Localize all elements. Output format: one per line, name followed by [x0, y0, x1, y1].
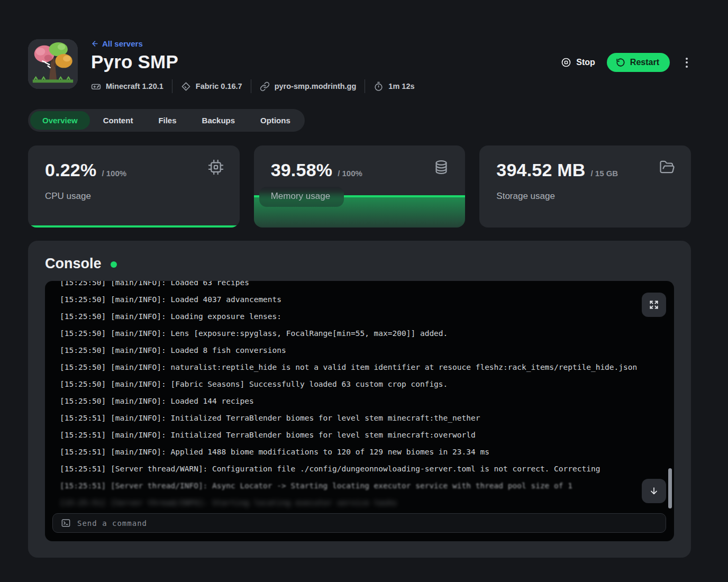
tab-content[interactable]: Content [91, 111, 145, 130]
meta-minecraft-version: Minecraft 1.20.1 [91, 81, 163, 92]
meta-label: pyro-smp.modrinth.gg [275, 82, 357, 90]
terminal-icon [61, 518, 71, 528]
storage-usage-card: 394.52 MB / 15 GB Storage usage [479, 146, 691, 228]
console-line: [15:25:50] [main/INFO]: [Fabric Seasons]… [60, 376, 674, 393]
server-dashboard-page: All servers Pyro SMP Minecraft 1.20.1 Fa… [0, 0, 728, 582]
console-line: [15:25:51] [main/INFO]: Applied 1488 bio… [60, 443, 674, 460]
page-title: Pyro SMP [91, 51, 415, 72]
server-actions: Stop Restart [561, 53, 691, 72]
tab-options[interactable]: Options [248, 111, 303, 130]
memory-usage-value: 39.58% [271, 160, 333, 180]
console-log-viewport[interactable]: [15:25:50] [main/INFO]: Loaded 63 recipe… [45, 281, 674, 513]
console-scrollbar-thumb[interactable] [668, 468, 672, 508]
back-to-all-servers-link[interactable]: All servers [91, 39, 415, 48]
command-input[interactable] [77, 519, 658, 528]
season-tree-icon [28, 39, 78, 89]
console-line: [15:25:51] [main/INFO]: Initialized Terr… [60, 426, 674, 443]
expand-icon [649, 299, 659, 310]
cpu-usage-label: CPU usage [45, 191, 223, 202]
tab-backups[interactable]: Backups [190, 111, 248, 130]
stop-button[interactable]: Stop [561, 57, 595, 68]
stop-circle-icon [561, 57, 571, 68]
tab-files[interactable]: Files [146, 111, 188, 130]
tab-overview[interactable]: Overview [30, 111, 90, 130]
restart-button[interactable]: Restart [607, 53, 670, 72]
console-line: [15:25:50] [main/INFO]: Loaded 144 recip… [60, 393, 674, 410]
link-icon [260, 81, 270, 92]
meta-label: Minecraft 1.20.1 [106, 82, 163, 90]
console-line: [15:25:51] [main/INFO]: Initialized Terr… [60, 410, 674, 426]
memory-usage-card: 39.58% / 100% Memory usage [254, 146, 466, 228]
console-line: [15:25:51] [Server thread/WARN]: Configu… [60, 460, 674, 477]
storage-usage-value: 394.52 MB [496, 160, 585, 180]
stop-button-label: Stop [576, 58, 595, 67]
console-line: [15:25:50] [main/INFO]: Lens [exposure:s… [60, 325, 674, 342]
console-line-incoming: [15:25:51] [Server thread/INFO]: Async L… [60, 477, 674, 494]
meta-label: 1m 12s [388, 82, 414, 90]
memory-usage-label: Memory usage [259, 187, 344, 207]
restart-icon [616, 58, 625, 67]
command-input-wrapper[interactable] [52, 513, 666, 533]
console-line: [15:25:50] [main/INFO]: Loaded 63 recipe… [60, 281, 674, 291]
meta-label: Fabric 0.16.7 [196, 82, 242, 90]
scroll-to-bottom-button[interactable] [642, 479, 666, 503]
cpu-usage-max: / 100% [102, 169, 126, 178]
storage-usage-max: / 15 GB [590, 169, 618, 178]
console-line: [15:25:50] [main/INFO]: Loaded 4037 adva… [60, 291, 674, 308]
server-avatar [28, 39, 78, 89]
divider [365, 79, 365, 93]
meta-loader-version: Fabric 0.16.7 [181, 81, 242, 92]
divider [172, 79, 172, 93]
console-line: [15:25:50] [main/INFO]: Loaded 8 fish co… [60, 342, 674, 359]
divider [251, 79, 251, 93]
memory-usage-max: / 100% [338, 169, 362, 178]
console-card: Console [15:25:50] [main/INFO]: Loaded 6… [28, 241, 691, 558]
server-online-status-dot [111, 261, 117, 268]
console-line-incoming: [15:25:51] [Server thread/INFO]: Startin… [60, 494, 674, 511]
console-line: [15:25:50] [main/INFO]: Loading exposure… [60, 308, 674, 325]
cpu-usage-card: 0.22% / 100% CPU usage [28, 146, 240, 228]
timer-icon [374, 81, 384, 92]
stat-cards: 0.22% / 100% CPU usage 39.58% / 100% Mem… [28, 146, 691, 228]
console-title: Console [45, 256, 102, 272]
fabric-icon [181, 81, 191, 92]
meta-server-address: pyro-smp.modrinth.gg [260, 81, 357, 92]
folder-open-icon [659, 159, 675, 177]
arrow-left-icon [91, 40, 99, 48]
arrow-down-icon [649, 486, 659, 496]
more-options-button[interactable] [683, 56, 691, 70]
gamepad-icon [91, 81, 101, 92]
console-terminal[interactable]: [15:25:50] [main/INFO]: Loaded 63 recipe… [45, 281, 674, 541]
server-tabbar: Overview Content Files Backups Options [28, 109, 305, 132]
cpu-usage-value: 0.22% [45, 160, 96, 180]
server-meta-row: Minecraft 1.20.1 Fabric 0.16.7 pyro-smp.… [91, 79, 415, 93]
storage-usage-label: Storage usage [496, 191, 674, 202]
database-icon [433, 159, 449, 177]
cpu-usage-fill [28, 225, 240, 228]
restart-button-label: Restart [630, 58, 659, 67]
cpu-icon [208, 159, 224, 177]
console-line: [15:25:50] [main/INFO]: naturalist:repti… [60, 359, 674, 376]
console-fullscreen-button[interactable] [642, 293, 666, 317]
back-link-label: All servers [102, 39, 143, 48]
server-header: All servers Pyro SMP Minecraft 1.20.1 Fa… [28, 39, 691, 93]
meta-uptime: 1m 12s [374, 81, 414, 92]
